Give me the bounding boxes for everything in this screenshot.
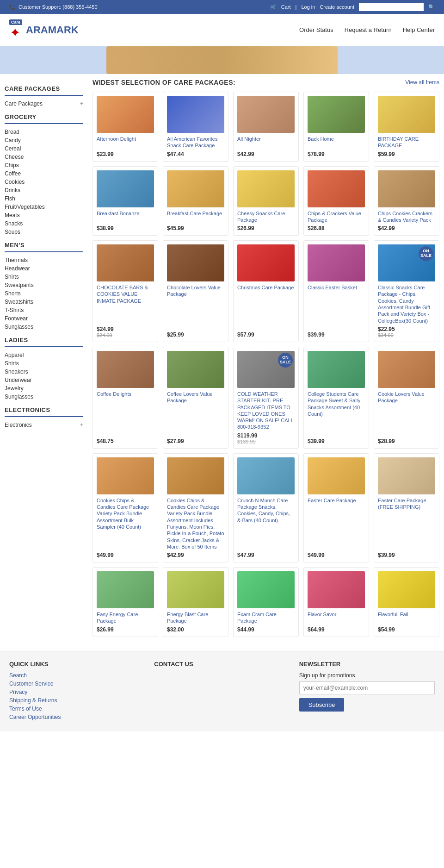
product-image [97,351,154,388]
sidebar-item-cheese[interactable]: Cheese [5,153,83,161]
product-name[interactable]: BIRTHDAY CARE PACKAGE [378,136,435,149]
sidebar-item-shorts[interactable]: Shorts [5,289,83,298]
product-card: Exam Cram Care Package $44.99 [233,567,299,637]
product-name[interactable]: Cheesy Snacks Care Package [237,210,295,224]
sidebar-item-sunglasses-men[interactable]: Sunglasses [5,323,83,331]
product-card: Crunch N Munch Care Package Snacks, Cook… [233,453,299,562]
search-input[interactable] [359,3,424,11]
product-name[interactable]: Easter Care Package (FREE SHIPPING) [378,497,435,550]
sidebar-item-fruit-veg[interactable]: Fruit/Vegetables [5,203,83,211]
product-name[interactable]: Cookie Lovers Value Package [378,391,435,436]
footer-link-search[interactable]: Search [9,672,145,679]
sidebar-item-bread[interactable]: Bread [5,128,83,136]
footer-link-terms[interactable]: Terms of Use [9,706,145,712]
product-image [237,244,295,281]
sidebar-item-thermals[interactable]: Thermals [5,256,83,264]
create-account-link[interactable]: Create account [320,4,354,10]
product-name[interactable]: All American Favorites Snack Care Packag… [167,136,224,149]
request-return-link[interactable]: Request a Return [345,26,392,33]
login-link[interactable]: Log in [301,4,315,10]
product-card: Christmas Care Package $57.99 [233,240,299,342]
order-status-link[interactable]: Order Status [299,26,333,33]
sidebar-item-cookies[interactable]: Cookies [5,178,83,186]
sidebar-item-footwear[interactable]: Footwear [5,314,83,323]
sidebar-item-jewelry[interactable]: Jewelry [5,384,83,393]
footer-link-careers[interactable]: Career Opportunities [9,714,145,720]
product-price: $54.99 [378,626,435,633]
product-image [378,96,435,133]
footer-link-customer-service[interactable]: Customer Service [9,681,145,687]
product-name[interactable]: Chips & Crackers Value Package [308,210,365,224]
product-name[interactable]: Breakfast Bonanza [97,210,154,224]
on-sale-badge: ONSALE [278,353,293,368]
product-name[interactable]: College Students Care Package Sweet & Sa… [308,391,365,436]
product-name[interactable]: Easy Energy Care Package [97,611,154,624]
sidebar-item-underwear[interactable]: Underwear [5,376,83,384]
product-name[interactable]: Breakfast Care Package [167,210,224,224]
help-center-link[interactable]: Help Center [403,26,435,33]
sidebar-item-electronics[interactable]: Electronics + [5,421,83,429]
product-card: ONSALE Classic Snacks Care Package - Chi… [374,240,439,342]
product-name[interactable]: Flavor Savor [308,611,365,624]
sidebar-item-headwear[interactable]: Headwear [5,264,83,273]
sidebar-item-shirts-ladies[interactable]: Shirts [5,359,83,368]
product-price: $22.95 [378,326,435,332]
sidebar-item-apparel[interactable]: Apparel [5,351,83,359]
sidebar-item-care-packages[interactable]: Care Packages + [5,100,83,108]
care-packages-expand-icon[interactable]: + [80,100,83,107]
sidebar-item-coffee[interactable]: Coffee [5,169,83,178]
footer-link-privacy[interactable]: Privacy [9,689,145,695]
sidebar-item-candy[interactable]: Candy [5,136,83,144]
sidebar-item-soups[interactable]: Soups [5,228,83,236]
sidebar-item-shirts-men[interactable]: Shirts [5,273,83,281]
logo[interactable]: Care ✦ ARAMARK [9,19,79,40]
product-image [97,170,154,207]
newsletter-signup-label: Sign up for promotions [299,672,435,679]
product-name[interactable]: Classic Easter Basket [308,284,365,330]
product-card: Easy Energy Care Package $26.99 [92,567,158,637]
product-grid: Afternoon Delight $23.99 All American Fa… [92,92,439,637]
product-name[interactable]: Classic Snacks Care Package - Chips, Coo… [378,284,435,324]
product-name[interactable]: CHOCOLATE BARS & COOKIES VALUE INMATE PA… [97,284,154,324]
sidebar-item-sweatshirts[interactable]: Sweatshirts [5,298,83,306]
product-name[interactable]: All Nighter [237,136,295,149]
footer-link-shipping[interactable]: Shipping & Returns [9,697,145,704]
newsletter-email-input[interactable] [299,681,435,694]
product-name[interactable]: Back Home [308,136,365,149]
product-name[interactable]: Cookies Chips & Candies Care Package Var… [97,497,154,550]
product-name[interactable]: Coffee Lovers Value Package [167,391,224,436]
subscribe-button[interactable]: Subscribe [299,698,345,712]
sidebar-item-drinks[interactable]: Drinks [5,186,83,194]
product-price: $26.88 [308,225,365,231]
sidebar-item-sunglasses-ladies[interactable]: Sunglasses [5,393,83,401]
sidebar-item-sweatpants[interactable]: Sweatpants [5,281,83,289]
product-name[interactable]: Afternoon Delight [97,136,154,149]
product-name[interactable]: Flavorfull Fall [378,611,435,624]
sidebar-item-chips[interactable]: Chips [5,161,83,169]
electronics-expand-icon[interactable]: + [80,422,83,428]
sidebar-item-cereal[interactable]: Cereal [5,144,83,153]
product-name[interactable]: Chocolate Lovers Value Package [167,284,224,330]
promo-banner [0,46,444,74]
sidebar-item-snacks[interactable]: Snacks [5,219,83,228]
product-name[interactable]: COLD WEATHER STARTER KIT- PRE PACKAGED I… [237,391,295,431]
product-name[interactable]: Crunch N Munch Care Package Snacks, Cook… [237,497,295,550]
product-name[interactable]: Exam Cram Care Package [237,611,295,624]
product-name[interactable]: Easter Care Package [308,497,365,550]
logo-care: Care [11,20,20,25]
sidebar-item-fish[interactable]: Fish [5,194,83,203]
product-name[interactable]: Christmas Care Package [237,284,295,330]
product-name[interactable]: Cookies Chips & Candies Care Package Var… [167,497,224,550]
search-icon[interactable]: 🔍 [428,4,435,10]
cart-link[interactable]: Cart [281,4,291,10]
sidebar-item-sneakers[interactable]: Sneakers [5,368,83,376]
product-name[interactable]: Chips Cookies Crackers & Candies Variety… [378,210,435,224]
product-name[interactable]: Coffee Delights [97,391,154,436]
product-card: Easter Care Package $49.99 [303,453,369,562]
sidebar-item-tshirts[interactable]: T-Shirts [5,306,83,314]
header-nav: Order Status Request a Return Help Cente… [299,26,435,33]
product-name[interactable]: Energy Blast Care Package [167,611,224,624]
product-card: Flavor Savor $64.99 [303,567,369,637]
sidebar-item-meats[interactable]: Meats [5,211,83,219]
view-all-link[interactable]: View all Items [405,79,439,86]
